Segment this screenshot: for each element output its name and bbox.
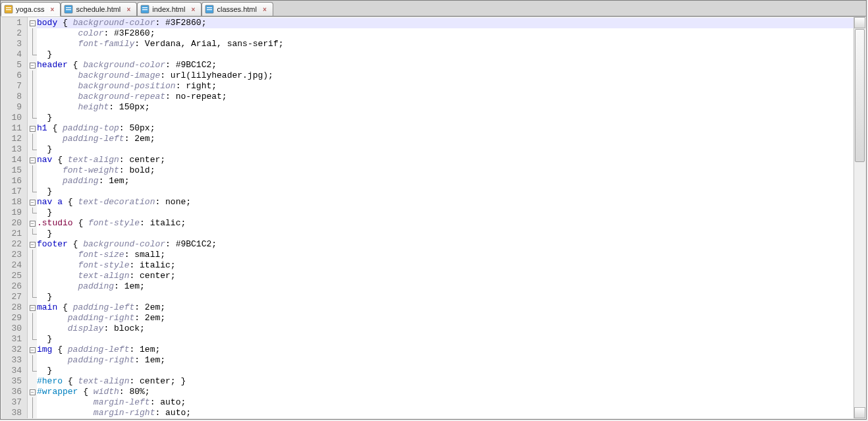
- code-line[interactable]: font-weight: bold;: [37, 165, 854, 176]
- code-line[interactable]: text-align: center;: [37, 271, 854, 281]
- code-line[interactable]: }: [37, 229, 854, 239]
- fold-toggle-icon[interactable]: −: [30, 305, 36, 311]
- tab-index-html[interactable]: index.html×: [137, 2, 202, 16]
- token-plain: : 150px;: [109, 102, 149, 112]
- token-prop: color: [78, 28, 103, 38]
- tab-schedule-html[interactable]: schedule.html×: [61, 2, 137, 16]
- code-line[interactable]: h1 { padding-top: 50px;: [37, 123, 854, 134]
- code-line[interactable]: nav { text-align: center;: [37, 155, 854, 165]
- fold-cell: −: [28, 18, 37, 28]
- scrollbar-thumb[interactable]: [855, 29, 865, 162]
- token-plain: : Verdana, Arial, sans-serif;: [134, 39, 283, 49]
- code-line[interactable]: background-image: url(lilyheader.jpg);: [37, 70, 854, 81]
- code-line[interactable]: padding: 1em;: [37, 281, 854, 292]
- token-prop: padding-left: [63, 134, 124, 144]
- token-plain: : 1em;: [129, 345, 160, 354]
- line-number: 30: [1, 323, 27, 334]
- code-line[interactable]: display: block;: [37, 323, 854, 334]
- code-line[interactable]: color: #3F2860;: [37, 28, 854, 39]
- fold-toggle-icon[interactable]: −: [30, 221, 36, 227]
- code-line[interactable]: font-style: italic;: [37, 260, 854, 271]
- code-line[interactable]: padding-right: 1em;: [37, 355, 854, 366]
- token-sel: nav a: [37, 197, 63, 207]
- code-line[interactable]: font-family: Verdana, Arial, sans-serif;: [37, 39, 854, 49]
- code-line[interactable]: padding-left: 2em;: [37, 134, 854, 144]
- token-plain: [37, 92, 78, 101]
- close-icon[interactable]: ×: [124, 5, 132, 13]
- code-line[interactable]: #wrapper { width: 80%;: [37, 387, 854, 397]
- code-line[interactable]: background-position: right;: [37, 81, 854, 92]
- code-line[interactable]: font-size: small;: [37, 250, 854, 260]
- close-icon[interactable]: ×: [189, 5, 197, 13]
- fold-cell: [28, 334, 37, 345]
- svg-rect-7: [142, 7, 148, 8]
- code-line[interactable]: footer { background-color: #9BC1C2;: [37, 239, 854, 250]
- code-line[interactable]: }: [37, 292, 854, 302]
- token-prop: padding-left: [68, 345, 130, 354]
- fold-toggle-icon[interactable]: −: [30, 63, 36, 69]
- code-line[interactable]: }: [37, 144, 854, 155]
- token-plain: }: [37, 292, 52, 302]
- code-line[interactable]: nav a { text-decoration: none;: [37, 197, 854, 208]
- token-plain: : center;: [129, 271, 175, 281]
- fold-toggle-icon[interactable]: −: [30, 200, 36, 206]
- code-area[interactable]: body { background-color: #3F2860; color:…: [37, 17, 854, 418]
- close-icon[interactable]: ×: [48, 5, 56, 13]
- tab-classes-html[interactable]: classes.html×: [202, 2, 273, 16]
- vertical-scrollbar[interactable]: [854, 17, 865, 418]
- token-prop: margin-left: [94, 397, 150, 407]
- token-prop: background-position: [78, 81, 175, 91]
- fold-toggle-icon[interactable]: −: [30, 389, 36, 395]
- code-line[interactable]: .studio { font-style: italic;: [37, 218, 854, 229]
- code-line[interactable]: #hero { text-align: center; }: [37, 376, 854, 387]
- token-prop: padding-top: [63, 123, 119, 133]
- fold-toggle-icon[interactable]: −: [30, 157, 36, 163]
- code-line[interactable]: }: [37, 334, 854, 345]
- code-line[interactable]: body { background-color: #3F2860;: [37, 18, 854, 28]
- code-line[interactable]: margin-right: auto;: [37, 408, 854, 418]
- token-plain: : 1em;: [99, 176, 130, 186]
- token-prop: padding-right: [68, 313, 134, 323]
- line-number: 2: [1, 28, 27, 39]
- fold-toggle-icon[interactable]: −: [30, 347, 36, 353]
- token-plain: [37, 39, 78, 49]
- code-line[interactable]: height: 150px;: [37, 102, 854, 113]
- code-line[interactable]: background-repeat: no-repeat;: [37, 92, 854, 102]
- line-number: 16: [1, 176, 27, 186]
- line-number: 25: [1, 271, 27, 281]
- token-plain: : 2em;: [134, 302, 165, 312]
- line-number: 7: [1, 81, 27, 92]
- code-line[interactable]: }: [37, 113, 854, 123]
- token-plain: : italic;: [129, 260, 175, 270]
- tab-yoga-css[interactable]: yoga.css×: [1, 2, 61, 16]
- line-number: 5: [1, 60, 27, 70]
- fold-toggle-icon[interactable]: −: [30, 20, 36, 26]
- line-number: 18: [1, 197, 27, 208]
- fold-cell: [28, 366, 37, 376]
- code-line[interactable]: }: [37, 366, 854, 376]
- token-cls: .studio: [37, 218, 73, 228]
- fold-cell: [28, 408, 37, 418]
- line-number: 32: [1, 345, 27, 355]
- token-prop: font-style: [78, 260, 129, 270]
- code-line[interactable]: img { padding-left: 1em;: [37, 345, 854, 355]
- html-file-icon: [64, 5, 73, 14]
- token-prop: background-color: [83, 60, 165, 70]
- code-line[interactable]: header { background-color: #9BC1C2;: [37, 60, 854, 70]
- code-line[interactable]: }: [37, 208, 854, 218]
- token-plain: {: [63, 376, 78, 386]
- code-line[interactable]: margin-left: auto;: [37, 397, 854, 408]
- code-line[interactable]: }: [37, 49, 854, 60]
- code-line[interactable]: }: [37, 186, 854, 197]
- close-icon[interactable]: ×: [261, 5, 269, 13]
- html-file-icon: [205, 5, 214, 14]
- code-line[interactable]: main { padding-left: 2em;: [37, 302, 854, 313]
- code-line[interactable]: padding: 1em;: [37, 176, 854, 186]
- line-number: 14: [1, 155, 27, 165]
- token-plain: }: [37, 208, 52, 217]
- fold-toggle-icon[interactable]: −: [30, 126, 36, 132]
- code-line[interactable]: padding-right: 2em;: [37, 313, 854, 323]
- token-sel: img: [37, 345, 52, 354]
- fold-cell: [28, 355, 37, 366]
- fold-toggle-icon[interactable]: −: [30, 242, 36, 248]
